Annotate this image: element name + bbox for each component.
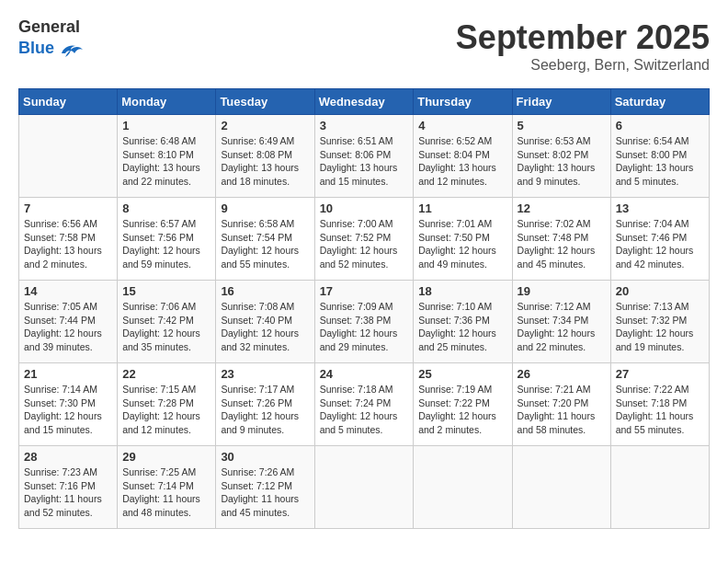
day-info: Sunrise: 7:09 AM Sunset: 7:38 PM Dayligh…	[320, 300, 409, 354]
calendar-cell: 20Sunrise: 7:13 AM Sunset: 7:32 PM Dayli…	[610, 281, 709, 363]
calendar-body: 1Sunrise: 6:48 AM Sunset: 8:10 PM Daylig…	[19, 115, 710, 529]
day-number: 15	[122, 284, 210, 298]
day-number: 11	[418, 201, 506, 215]
header-day-thursday: Thursday	[414, 89, 512, 115]
day-number: 8	[122, 201, 210, 215]
calendar-cell: 1Sunrise: 6:48 AM Sunset: 8:10 PM Daylig…	[118, 115, 216, 198]
calendar-cell: 17Sunrise: 7:09 AM Sunset: 7:38 PM Dayli…	[314, 281, 414, 363]
header-day-tuesday: Tuesday	[216, 89, 314, 115]
day-info: Sunrise: 6:58 AM Sunset: 7:54 PM Dayligh…	[221, 217, 309, 271]
day-info: Sunrise: 7:00 AM Sunset: 7:52 PM Dayligh…	[320, 217, 409, 271]
day-number: 29	[122, 450, 210, 464]
day-number: 1	[122, 119, 210, 132]
day-number: 7	[24, 201, 112, 215]
calendar-cell	[610, 446, 709, 529]
calendar-cell: 21Sunrise: 7:14 AM Sunset: 7:30 PM Dayli…	[19, 363, 118, 446]
day-number: 27	[616, 367, 704, 381]
month-title: September 2025	[456, 18, 710, 57]
day-info: Sunrise: 6:54 AM Sunset: 8:00 PM Dayligh…	[616, 134, 704, 189]
day-info: Sunrise: 7:05 AM Sunset: 7:44 PM Dayligh…	[24, 300, 112, 354]
week-row-0: 1Sunrise: 6:48 AM Sunset: 8:10 PM Daylig…	[19, 115, 710, 198]
calendar-table: SundayMondayTuesdayWednesdayThursdayFrid…	[18, 88, 710, 529]
location: Seeberg, Bern, Switzerland	[456, 57, 710, 74]
title-section: September 2025 Seeberg, Bern, Switzerlan…	[456, 18, 710, 74]
day-number: 20	[616, 284, 704, 298]
day-number: 26	[518, 367, 606, 381]
calendar-cell: 27Sunrise: 7:22 AM Sunset: 7:18 PM Dayli…	[610, 363, 709, 446]
calendar-cell: 3Sunrise: 6:51 AM Sunset: 8:06 PM Daylig…	[314, 115, 414, 198]
header-day-monday: Monday	[118, 89, 216, 115]
day-number: 5	[518, 119, 606, 132]
header-day-friday: Friday	[512, 89, 610, 115]
calendar-cell: 6Sunrise: 6:54 AM Sunset: 8:00 PM Daylig…	[610, 115, 709, 198]
day-info: Sunrise: 7:12 AM Sunset: 7:34 PM Dayligh…	[518, 300, 606, 354]
calendar-cell	[19, 115, 118, 198]
page-header: General Blue September 2025 Seeberg, Ber…	[18, 18, 710, 74]
calendar-cell: 15Sunrise: 7:06 AM Sunset: 7:42 PM Dayli…	[118, 281, 216, 363]
calendar-cell: 23Sunrise: 7:17 AM Sunset: 7:26 PM Dayli…	[216, 363, 314, 446]
calendar-cell: 28Sunrise: 7:23 AM Sunset: 7:16 PM Dayli…	[19, 446, 118, 529]
calendar-cell	[414, 446, 512, 529]
header-day-saturday: Saturday	[610, 89, 709, 115]
logo-bird-icon	[58, 40, 84, 61]
day-info: Sunrise: 7:02 AM Sunset: 7:48 PM Dayligh…	[518, 217, 606, 271]
day-number: 14	[24, 284, 112, 298]
day-info: Sunrise: 7:10 AM Sunset: 7:36 PM Dayligh…	[418, 300, 506, 354]
header-day-sunday: Sunday	[19, 89, 118, 115]
day-info: Sunrise: 7:01 AM Sunset: 7:50 PM Dayligh…	[418, 217, 506, 271]
day-info: Sunrise: 7:14 AM Sunset: 7:30 PM Dayligh…	[24, 383, 112, 437]
day-number: 22	[122, 367, 210, 381]
day-number: 13	[616, 201, 704, 215]
day-number: 9	[221, 201, 309, 215]
day-number: 21	[24, 367, 112, 381]
day-number: 3	[320, 119, 409, 132]
day-number: 10	[320, 201, 409, 215]
calendar-cell: 11Sunrise: 7:01 AM Sunset: 7:50 PM Dayli…	[414, 198, 512, 281]
day-number: 24	[320, 367, 409, 381]
calendar-cell: 12Sunrise: 7:02 AM Sunset: 7:48 PM Dayli…	[512, 198, 610, 281]
week-row-4: 28Sunrise: 7:23 AM Sunset: 7:16 PM Dayli…	[19, 446, 710, 529]
calendar-cell: 4Sunrise: 6:52 AM Sunset: 8:04 PM Daylig…	[414, 115, 512, 198]
calendar-cell: 10Sunrise: 7:00 AM Sunset: 7:52 PM Dayli…	[314, 198, 414, 281]
calendar-cell: 25Sunrise: 7:19 AM Sunset: 7:22 PM Dayli…	[414, 363, 512, 446]
week-row-2: 14Sunrise: 7:05 AM Sunset: 7:44 PM Dayli…	[19, 281, 710, 363]
day-info: Sunrise: 6:53 AM Sunset: 8:02 PM Dayligh…	[518, 134, 606, 189]
day-number: 23	[221, 367, 309, 381]
calendar-cell: 8Sunrise: 6:57 AM Sunset: 7:56 PM Daylig…	[118, 198, 216, 281]
day-number: 30	[221, 450, 309, 464]
day-info: Sunrise: 7:26 AM Sunset: 7:12 PM Dayligh…	[221, 465, 309, 520]
day-number: 16	[221, 284, 309, 298]
calendar-cell: 7Sunrise: 6:56 AM Sunset: 7:58 PM Daylig…	[19, 198, 118, 281]
day-info: Sunrise: 6:49 AM Sunset: 8:08 PM Dayligh…	[221, 134, 309, 189]
week-row-3: 21Sunrise: 7:14 AM Sunset: 7:30 PM Dayli…	[19, 363, 710, 446]
calendar-cell: 19Sunrise: 7:12 AM Sunset: 7:34 PM Dayli…	[512, 281, 610, 363]
day-number: 4	[418, 119, 506, 132]
calendar-cell: 9Sunrise: 6:58 AM Sunset: 7:54 PM Daylig…	[216, 198, 314, 281]
logo-general-text: General	[18, 18, 84, 37]
calendar-cell: 18Sunrise: 7:10 AM Sunset: 7:36 PM Dayli…	[414, 281, 512, 363]
calendar-cell: 5Sunrise: 6:53 AM Sunset: 8:02 PM Daylig…	[512, 115, 610, 198]
calendar-header: SundayMondayTuesdayWednesdayThursdayFrid…	[19, 89, 710, 115]
calendar-cell: 30Sunrise: 7:26 AM Sunset: 7:12 PM Dayli…	[216, 446, 314, 529]
day-number: 19	[518, 284, 606, 298]
day-info: Sunrise: 6:56 AM Sunset: 7:58 PM Dayligh…	[24, 217, 112, 271]
day-info: Sunrise: 7:19 AM Sunset: 7:22 PM Dayligh…	[418, 383, 506, 437]
calendar-cell: 13Sunrise: 7:04 AM Sunset: 7:46 PM Dayli…	[610, 198, 709, 281]
day-info: Sunrise: 7:21 AM Sunset: 7:20 PM Dayligh…	[518, 383, 606, 437]
day-info: Sunrise: 7:08 AM Sunset: 7:40 PM Dayligh…	[221, 300, 309, 354]
day-info: Sunrise: 7:18 AM Sunset: 7:24 PM Dayligh…	[320, 383, 409, 437]
day-info: Sunrise: 7:23 AM Sunset: 7:16 PM Dayligh…	[24, 465, 112, 520]
day-info: Sunrise: 7:13 AM Sunset: 7:32 PM Dayligh…	[616, 300, 704, 354]
day-info: Sunrise: 7:17 AM Sunset: 7:26 PM Dayligh…	[221, 383, 309, 437]
calendar-cell: 2Sunrise: 6:49 AM Sunset: 8:08 PM Daylig…	[216, 115, 314, 198]
week-row-1: 7Sunrise: 6:56 AM Sunset: 7:58 PM Daylig…	[19, 198, 710, 281]
day-info: Sunrise: 6:51 AM Sunset: 8:06 PM Dayligh…	[320, 134, 409, 189]
calendar-cell: 24Sunrise: 7:18 AM Sunset: 7:24 PM Dayli…	[314, 363, 414, 446]
logo-blue-text: Blue	[18, 40, 54, 58]
header-day-wednesday: Wednesday	[314, 89, 414, 115]
calendar-cell	[512, 446, 610, 529]
day-number: 12	[518, 201, 606, 215]
day-info: Sunrise: 6:57 AM Sunset: 7:56 PM Dayligh…	[122, 217, 210, 271]
day-number: 25	[418, 367, 506, 381]
day-info: Sunrise: 7:25 AM Sunset: 7:14 PM Dayligh…	[122, 465, 210, 520]
